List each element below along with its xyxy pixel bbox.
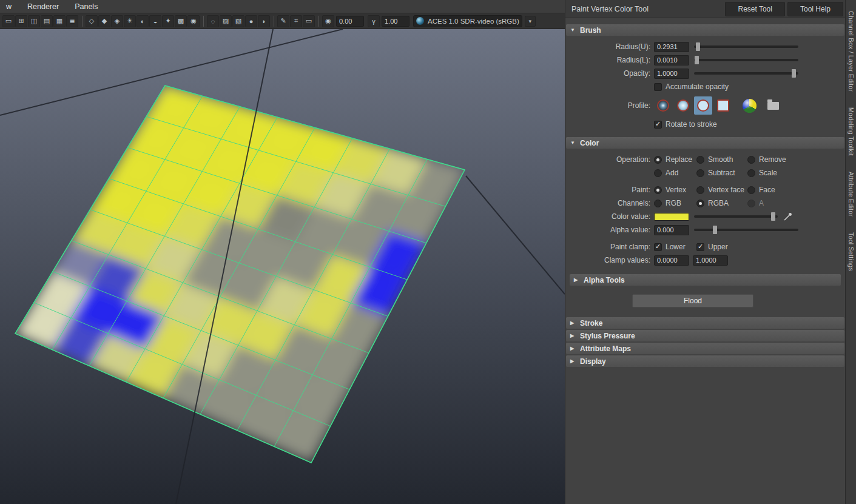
grid-axis-line — [466, 176, 565, 294]
section-header-color[interactable]: ▼ Color — [566, 137, 844, 149]
shadows-toggle-icon[interactable]: ◐ — [136, 15, 149, 27]
side-tab-tool-settings[interactable]: Tool Settings — [848, 232, 855, 271]
operation-subtract-radio[interactable] — [696, 169, 704, 177]
operation-add-radio[interactable] — [654, 169, 662, 177]
channels-rgba-radio[interactable] — [696, 200, 704, 207]
screen-space-ao-icon[interactable]: ◒ — [149, 15, 161, 27]
tool-help-button[interactable]: Tool Help — [787, 2, 843, 16]
menu-panels[interactable]: Panels — [75, 2, 98, 11]
operation-replace-radio[interactable] — [654, 156, 662, 164]
paint-vertex-radio[interactable] — [654, 186, 662, 194]
depth-of-field-icon[interactable]: ◉ — [187, 15, 200, 27]
toolbar-separator — [274, 16, 274, 27]
pane-layout-split-icon[interactable]: ▤ — [41, 15, 53, 27]
eyedropper-icon[interactable] — [783, 212, 794, 221]
accumulate-opacity-label: Accumulate opacity — [666, 82, 729, 91]
viewport-pane: w Renderer Panels ▭⊞◫▤▦≣◇◆◈☀◐◒✦▩◉◌▨▧●◗✎⌗… — [0, 0, 565, 504]
slider-handle[interactable] — [696, 42, 700, 51]
radius-u-slider[interactable] — [694, 45, 798, 48]
collapse-arrow-icon: ▶ — [570, 320, 576, 326]
gamma-icon[interactable]: γ — [368, 15, 380, 27]
section-header-attribute-maps[interactable]: ▶ Attribute Maps — [566, 343, 844, 354]
flood-button[interactable]: Flood — [632, 294, 753, 307]
motion-blur-toggle-icon[interactable]: ✦ — [162, 15, 174, 27]
grease-pencil-icon[interactable]: ✎ — [277, 15, 289, 27]
side-tab-modeling-toolkit[interactable]: Modeling Toolkit — [848, 107, 855, 156]
slider-handle[interactable] — [792, 69, 796, 78]
section-header-alpha-tools[interactable]: ▶ Alpha Tools — [570, 274, 841, 286]
wireframe-display-icon[interactable]: ◇ — [86, 15, 98, 27]
smooth-shade-all-icon[interactable]: ◆ — [98, 15, 110, 27]
operation-remove-radio[interactable] — [747, 156, 755, 164]
multisample-aa-icon[interactable]: ▩ — [175, 15, 187, 27]
slider-handle[interactable] — [695, 56, 699, 64]
radius-l-field[interactable] — [654, 55, 689, 66]
section-header-display[interactable]: ▶ Display — [566, 355, 844, 367]
slider-handle[interactable] — [771, 212, 775, 221]
gamma-field[interactable] — [382, 16, 409, 27]
paint-face-radio[interactable] — [747, 186, 755, 194]
clamp-upper-checkbox[interactable] — [696, 243, 704, 251]
operation-scale-radio[interactable] — [747, 169, 755, 177]
brush-profile-square[interactable] — [714, 96, 732, 115]
textured-display-icon[interactable]: ◈ — [111, 15, 123, 27]
alpha-value-slider[interactable] — [694, 229, 798, 231]
film-gate-icon[interactable]: ⌗ — [290, 15, 302, 27]
resolution-gate-icon[interactable]: ▭ — [303, 15, 315, 27]
exposure-icon[interactable]: ◉ — [322, 15, 334, 27]
brush-section: Radius(U): Radius(L): Opacity: — [565, 37, 845, 136]
radius-u-field[interactable] — [654, 42, 689, 52]
side-tab-attribute-editor[interactable]: Attribute Editor — [848, 172, 855, 217]
slider-handle[interactable] — [713, 226, 717, 234]
brush-profile-gaussian[interactable] — [654, 96, 672, 115]
viewport-menubar: w Renderer Panels — [0, 0, 565, 13]
view-transform-arrow-icon[interactable]: ▾ — [525, 16, 536, 27]
side-tab-channel-box[interactable]: Channel Box / Layer Editor — [848, 11, 855, 92]
browse-folder-icon[interactable] — [767, 102, 779, 110]
paint-effects-sphere-icon[interactable] — [743, 99, 757, 113]
four-pane-layout-icon[interactable]: ⊞ — [15, 15, 27, 27]
wireframe-on-shaded-icon[interactable]: ▧ — [232, 15, 244, 27]
section-header-stroke[interactable]: ▶ Stroke — [566, 317, 844, 329]
default-material-icon[interactable]: ● — [245, 15, 257, 27]
paint-vertex-face-radio[interactable] — [696, 186, 704, 194]
side-tab-strip: Channel Box / Layer Editor Modeling Tool… — [845, 0, 856, 504]
operation-smooth-radio[interactable] — [696, 156, 704, 164]
single-pane-layout-icon[interactable]: ▭ — [2, 15, 15, 27]
channels-rgb-radio[interactable] — [654, 200, 662, 207]
channels-a-radio — [747, 200, 755, 207]
color-swatch[interactable] — [654, 213, 689, 221]
viewport-canvas[interactable] — [0, 29, 565, 504]
section-header-stylus-pressure[interactable]: ▶ Stylus Pressure — [566, 330, 844, 341]
menu-renderer[interactable]: Renderer — [27, 2, 59, 11]
clamp-lower-checkbox[interactable] — [654, 243, 662, 251]
use-all-lights-icon[interactable]: ☀ — [124, 15, 136, 27]
menu-show[interactable]: w — [6, 2, 12, 11]
clamp-min-field[interactable] — [654, 255, 689, 266]
accumulate-opacity-checkbox[interactable] — [654, 83, 662, 91]
view-transform-dropdown[interactable]: ACES 1.0 SDR-video (sRGB) — [413, 15, 522, 27]
opacity-slider[interactable] — [694, 72, 798, 75]
lighting-toggle-icon[interactable]: ◗ — [258, 15, 270, 27]
paint-label: Paint: — [565, 186, 650, 194]
brush-profile-soft[interactable] — [674, 96, 692, 115]
brush-profile-solid[interactable] — [694, 96, 712, 115]
reset-tool-button[interactable]: Reset Tool — [725, 2, 784, 16]
pane-layout-grid-icon[interactable]: ▦ — [53, 15, 66, 27]
pane-layout-outliner-icon[interactable]: ◫ — [28, 15, 40, 27]
clamp-max-field[interactable] — [693, 255, 728, 266]
alpha-value-field[interactable] — [654, 225, 689, 235]
section-header-brush[interactable]: ▼ Brush — [566, 24, 844, 36]
toolbar-separator — [203, 16, 204, 27]
exposure-field[interactable] — [336, 16, 364, 27]
collapse-arrow-icon: ▶ — [574, 277, 579, 283]
channels-label: Channels: — [565, 199, 650, 207]
xray-display-icon[interactable]: ▨ — [220, 15, 232, 27]
clamp-values-label: Clamp values: — [565, 256, 650, 264]
radius-l-slider[interactable] — [694, 59, 798, 61]
rotate-to-stroke-checkbox[interactable] — [654, 121, 662, 129]
opacity-field[interactable] — [654, 69, 689, 79]
color-value-slider[interactable] — [694, 215, 778, 218]
pane-menus-toggle-icon[interactable]: ≣ — [66, 15, 78, 27]
isolate-select-icon[interactable]: ◌ — [207, 15, 219, 27]
